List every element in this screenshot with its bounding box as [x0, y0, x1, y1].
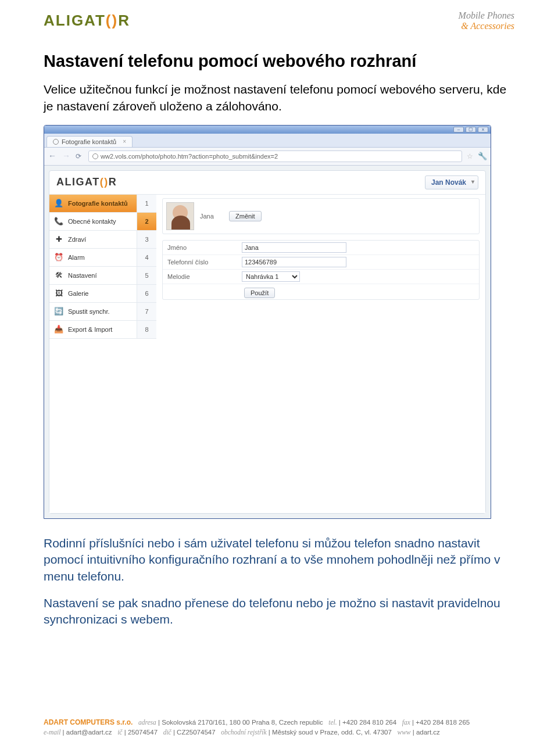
footer-reg-label: obchodní rejstřík: [221, 729, 266, 736]
tab-title: Fotografie kontaktů: [62, 138, 116, 145]
sidebar-item-5[interactable]: 🖼Galerie: [49, 285, 137, 303]
back-button[interactable]: ←: [48, 152, 57, 161]
url-text: ww2.vols.com/photo/photo.htm?action=phot…: [101, 153, 278, 160]
forward-button[interactable]: →: [62, 152, 71, 161]
wrench-icon[interactable]: 🔧: [478, 152, 487, 160]
footer-tel-label: tel.: [328, 719, 337, 726]
avatar: [166, 202, 194, 230]
footer-fax: +420 284 818 265: [416, 719, 470, 726]
footer-dic: CZ25074547: [177, 729, 216, 736]
browser-tab[interactable]: Fotografie kontaktů ×: [46, 136, 133, 147]
sidebar-item-4[interactable]: 🛠Nastavení: [49, 267, 137, 285]
number-item-6[interactable]: 6: [137, 285, 156, 303]
footer-email-label: e-mail: [44, 729, 60, 736]
app-logo-part1: ALIGAT: [56, 176, 100, 188]
footer-ic-label: ič: [117, 729, 122, 736]
site-globe-icon: [92, 153, 98, 159]
form-area: Jana Změnit Jméno Telefonní číslo: [156, 195, 485, 339]
menu-icon: 📥: [54, 325, 63, 334]
window-titlebar: – ▢ x: [44, 126, 491, 134]
footer: ADART COMPUTERS s.r.o. adresa | Sokolovs…: [0, 717, 558, 738]
menu-icon: 📞: [54, 217, 63, 226]
sidebar-item-label: Fotografie kontaktů: [68, 200, 128, 207]
menu-icon: 🖼: [54, 289, 63, 298]
bookmark-star-icon[interactable]: ☆: [467, 152, 473, 160]
number-column: 12345678: [137, 195, 156, 339]
app-logo: ALIGAT ( ) R: [56, 176, 117, 188]
minimize-button[interactable]: –: [453, 127, 464, 132]
menu-icon: 🔄: [54, 307, 63, 316]
page-title: Nastavení telefonu pomocí webového rozhr…: [44, 52, 514, 71]
name-field[interactable]: [242, 242, 346, 253]
number-item-8[interactable]: 8: [137, 321, 156, 339]
tab-close-icon[interactable]: ×: [123, 138, 126, 145]
logo-text-part2: R: [118, 12, 130, 30]
apply-button[interactable]: Použít: [244, 288, 275, 298]
menu-icon: 🛠: [54, 271, 63, 280]
menu-icon: ⏰: [54, 253, 63, 262]
footer-email: adart@adart.cz: [66, 729, 112, 736]
intro-paragraph: Velice užitečnou funkcí je možnost nasta…: [44, 81, 514, 114]
number-item-2[interactable]: 2: [137, 213, 156, 231]
sidebar-item-3[interactable]: ⏰Alarm: [49, 249, 137, 267]
name-label: Jméno: [163, 242, 238, 253]
paragraph-2: Rodinní příslušníci nebo i sám uživatel …: [44, 535, 514, 585]
globe-icon: [53, 139, 59, 145]
logo-paren-open-icon: (: [106, 12, 112, 30]
footer-address-label: adresa: [138, 719, 156, 726]
tab-strip: Fotografie kontaktů ×: [44, 134, 491, 148]
app-logo-paren-open-icon: (: [100, 176, 105, 188]
footer-dic-label: dič: [163, 729, 171, 736]
app-logo-part2: R: [109, 176, 117, 188]
change-button[interactable]: Změnit: [229, 211, 262, 221]
sidebar-item-label: Export & Import: [68, 326, 112, 333]
blank-area: [49, 339, 485, 513]
footer-tel: +420 284 810 264: [342, 719, 396, 726]
tagline: Mobile Phones & Accessories: [459, 10, 514, 31]
close-button[interactable]: x: [478, 127, 488, 132]
footer-reg: Městský soud v Praze, odd. C, vl. 47307: [272, 729, 392, 736]
sidebar-item-label: Obecné kontakty: [68, 218, 116, 225]
sidebar-item-2[interactable]: ✚Zdraví: [49, 231, 137, 249]
number-item-1[interactable]: 1: [137, 195, 156, 213]
sidebar-item-1[interactable]: 📞Obecné kontakty: [49, 213, 137, 231]
footer-company: ADART COMPUTERS s.r.o.: [44, 718, 133, 726]
number-item-7[interactable]: 7: [137, 303, 156, 321]
photo-row: Jana Změnit: [162, 198, 480, 234]
reload-button[interactable]: ⟳: [76, 152, 84, 160]
sidebar-item-label: Zdraví: [68, 236, 86, 243]
footer-www: adart.cz: [416, 729, 440, 736]
user-chip[interactable]: Jan Novák: [425, 175, 478, 189]
footer-fax-label: fax: [402, 719, 410, 726]
sidebar-item-label: Spustit synchr.: [68, 308, 110, 315]
sidebar-menu: 👤Fotografie kontaktů📞Obecné kontakty✚Zdr…: [49, 195, 137, 339]
logo-text-part1: ALIGAT: [44, 12, 106, 30]
sidebar-item-6[interactable]: 🔄Spustit synchr.: [49, 303, 137, 321]
phone-field[interactable]: [242, 257, 346, 267]
maximize-button[interactable]: ▢: [466, 127, 476, 132]
menu-icon: ✚: [54, 235, 63, 244]
number-item-4[interactable]: 4: [137, 249, 156, 267]
footer-ic: 25074547: [128, 729, 158, 736]
footer-www-label: www: [397, 729, 410, 736]
paragraph-3: Nastavení se pak snadno přenese do telef…: [44, 595, 514, 628]
tagline-line2: & Accessories: [459, 21, 514, 31]
form-table: Jméno Telefonní číslo Melodie: [162, 240, 480, 300]
photo-name: Jana: [200, 213, 223, 220]
melody-select[interactable]: Nahrávka 1: [242, 271, 300, 282]
number-item-3[interactable]: 3: [137, 231, 156, 249]
address-bar[interactable]: ww2.vols.com/photo/photo.htm?action=phot…: [88, 151, 462, 162]
number-item-5[interactable]: 5: [137, 267, 156, 285]
tagline-line1: Mobile Phones: [459, 10, 514, 21]
app-logo-paren-close-icon: ): [104, 176, 109, 188]
melody-label: Melodie: [163, 271, 238, 282]
sidebar-item-7[interactable]: 📥Export & Import: [49, 321, 137, 339]
logo: ALIGAT ( ) R: [44, 12, 130, 30]
sidebar-item-0[interactable]: 👤Fotografie kontaktů: [49, 195, 137, 213]
footer-address: Sokolovská 2170/161, 180 00 Praha 8, Cze…: [162, 719, 323, 726]
sidebar-item-label: Nastavení: [68, 272, 97, 279]
menu-icon: 👤: [54, 199, 63, 208]
logo-paren-close-icon: ): [112, 12, 119, 30]
sidebar-item-label: Alarm: [68, 254, 85, 261]
phone-label: Telefonní číslo: [163, 256, 238, 268]
